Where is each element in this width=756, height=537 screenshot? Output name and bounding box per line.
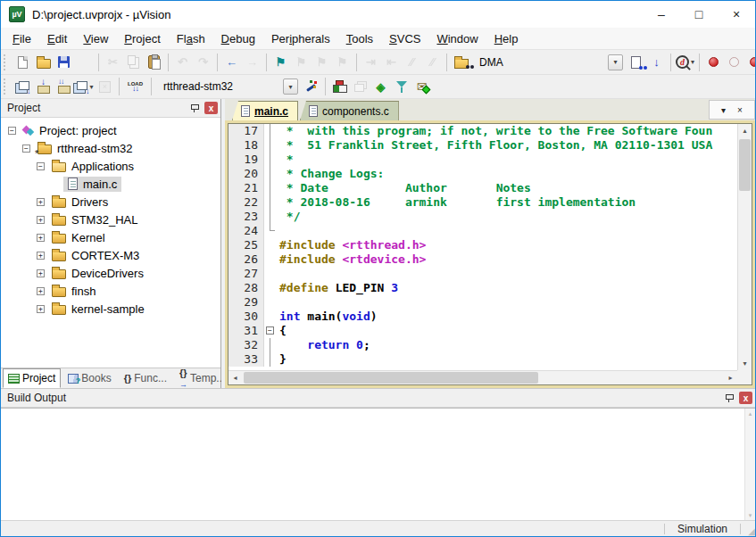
close-button[interactable]: × [718, 1, 755, 28]
manage-project-items[interactable] [329, 76, 350, 97]
fold-margin[interactable] [264, 281, 276, 295]
options-for-target[interactable] [301, 76, 321, 97]
menu-tools[interactable]: Tools [338, 29, 381, 48]
menu-peripherals[interactable]: Peripherals [263, 29, 338, 48]
menu-project[interactable]: Project [116, 29, 168, 48]
pin-panel-button[interactable] [187, 102, 201, 115]
build-output-scrollbar[interactable]: ▴ ▾ [744, 409, 755, 520]
rebuild-all[interactable] [54, 76, 74, 97]
vertical-scroll-thumb[interactable] [739, 139, 751, 191]
tree-item-rtthread-stm32[interactable]: −rtthread-stm32 [1, 139, 220, 157]
maximize-button[interactable]: □ [680, 1, 718, 28]
scroll-up-icon[interactable]: ▴ [738, 124, 752, 137]
find-combo[interactable]: DMA▾ [474, 54, 623, 71]
fold-margin[interactable] [264, 153, 276, 167]
navigate-back[interactable]: ← [221, 52, 242, 73]
expand-toggle[interactable]: − [22, 145, 30, 153]
select-software-packs[interactable] [391, 76, 411, 97]
scroll-left-icon[interactable]: ◂ [228, 371, 242, 384]
batch-build[interactable]: ▾ [74, 76, 95, 97]
fold-margin[interactable] [264, 352, 276, 367]
incremental-find[interactable]: ↓ [646, 52, 667, 73]
debug-session-dropdown-icon[interactable]: ▾ [691, 58, 694, 66]
target-combo[interactable]: rtthread-stm32▾ [158, 78, 298, 95]
scroll-down-icon[interactable]: ▾ [745, 510, 755, 520]
fold-margin[interactable] [264, 224, 276, 238]
scroll-down-icon[interactable]: ▾ [738, 357, 752, 370]
fold-collapse-icon[interactable]: − [266, 326, 274, 335]
toggle-bookmark[interactable]: ⚑ [270, 52, 291, 73]
fold-margin[interactable] [264, 295, 276, 310]
target-combo-dropdown-button[interactable]: ▾ [283, 78, 298, 95]
menu-flash[interactable]: Flash [169, 29, 213, 48]
tree-item-cortex-m3[interactable]: +CORTEX-M3 [1, 246, 220, 264]
menu-svcs[interactable]: SVCS [381, 29, 428, 48]
enable-disable-breakpoint[interactable] [724, 52, 744, 73]
toolbar-grip[interactable] [4, 54, 9, 70]
tree-item-main-c[interactable]: main.c [1, 175, 220, 193]
expand-toggle[interactable]: + [37, 287, 45, 295]
tree-item-finsh[interactable]: +finsh [1, 282, 220, 300]
paste[interactable] [144, 52, 164, 73]
editor-horizontal-scrollbar[interactable]: ◂ ▸ [228, 370, 737, 384]
save-all[interactable] [74, 52, 95, 73]
tree-item-stm32-hal[interactable]: +STM32_HAL [1, 211, 220, 228]
batch-build-dropdown-icon[interactable]: ▾ [89, 83, 93, 91]
expand-toggle[interactable]: + [37, 216, 45, 224]
fold-margin[interactable]: − [264, 324, 276, 338]
debug-session[interactable]: d▾ [675, 52, 695, 73]
tab-list-dropdown-icon[interactable]: ▾ [721, 105, 726, 115]
insert-remove-breakpoint[interactable] [703, 52, 724, 73]
build-target[interactable] [33, 76, 54, 97]
fold-margin[interactable] [264, 181, 276, 195]
fold-margin[interactable] [264, 252, 276, 267]
editor-tab-main-c[interactable]: main.c [232, 101, 298, 120]
menu-file[interactable]: File [4, 29, 39, 48]
tree-item-kernel[interactable]: +Kernel [1, 228, 220, 246]
menu-window[interactable]: Window [428, 29, 486, 48]
editor-tab-components-c[interactable]: components.c [300, 101, 399, 120]
expand-toggle[interactable]: + [37, 234, 45, 242]
pin-build-panel-button[interactable] [721, 392, 735, 405]
menu-debug[interactable]: Debug [213, 29, 263, 48]
code-editor-surface[interactable]: 17 * with this program; if not, write to… [228, 124, 737, 370]
fold-margin[interactable] [264, 338, 276, 352]
resize-grip[interactable]: ◢ [741, 522, 755, 536]
fold-margin[interactable] [264, 310, 276, 324]
pack-installer[interactable]: ✉ [411, 76, 432, 97]
editor-vertical-scrollbar[interactable]: ▴ ▾ [737, 124, 752, 370]
fold-margin[interactable] [264, 195, 276, 210]
fold-margin[interactable] [264, 238, 276, 252]
tree-item-drivers[interactable]: +Drivers [1, 193, 220, 211]
build-output-content[interactable]: ▴ ▾ [1, 408, 755, 520]
tree-item-applications[interactable]: −Applications [1, 157, 220, 175]
expand-toggle[interactable]: + [37, 305, 45, 313]
fold-margin[interactable] [264, 138, 276, 153]
close-tab-icon[interactable]: × [737, 105, 743, 115]
fold-margin[interactable] [264, 267, 276, 281]
menu-edit[interactable]: Edit [39, 29, 75, 48]
tree-item-devicedrivers[interactable]: +DeviceDrivers [1, 264, 220, 282]
panel-tab-func[interactable]: {}Func... [119, 368, 172, 388]
expand-toggle[interactable]: + [37, 252, 45, 260]
fold-margin[interactable] [264, 124, 276, 138]
expand-toggle[interactable]: − [37, 162, 45, 170]
find-combo-dropdown-button[interactable]: ▾ [608, 54, 623, 70]
tree-item-project-project[interactable]: −Project: project [1, 121, 220, 139]
menu-help[interactable]: Help [486, 29, 527, 48]
find-in-files[interactable] [626, 52, 646, 73]
panel-tab-project[interactable]: Project [3, 368, 61, 388]
tree-item-kernel-sample[interactable]: +kernel-sample [1, 300, 220, 318]
kill-all-breakpoints[interactable] [744, 52, 755, 73]
fold-margin[interactable] [264, 210, 276, 224]
find-in-files-folder[interactable] [451, 52, 471, 73]
expand-toggle[interactable]: − [8, 127, 16, 135]
run-time-environment[interactable]: ◈ [370, 76, 391, 97]
toolbar-grip[interactable] [4, 78, 9, 95]
expand-toggle[interactable]: + [37, 198, 45, 206]
minimize-button[interactable]: – [643, 1, 680, 28]
scroll-right-icon[interactable]: ▸ [724, 371, 737, 384]
new-file[interactable] [12, 52, 33, 73]
panel-tab-books[interactable]: Books [62, 368, 116, 388]
scroll-up-icon[interactable]: ▴ [745, 409, 755, 418]
